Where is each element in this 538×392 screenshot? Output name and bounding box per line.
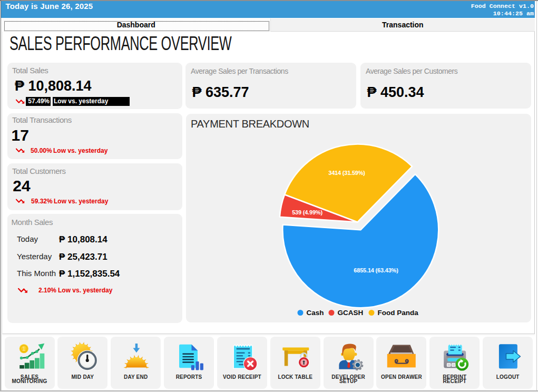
svg-text:Food Panda: Food Panda bbox=[378, 309, 419, 317]
svg-text:1: 1 bbox=[22, 346, 25, 352]
svg-text:GCASH: GCASH bbox=[338, 309, 364, 317]
svg-text:Cash: Cash bbox=[307, 309, 324, 317]
svg-text:539 (4.99%): 539 (4.99%) bbox=[292, 209, 322, 215]
svg-text:6855.14 (63.43%): 6855.14 (63.43%) bbox=[354, 267, 398, 273]
svg-text:3414 (31.59%): 3414 (31.59%) bbox=[328, 170, 365, 176]
